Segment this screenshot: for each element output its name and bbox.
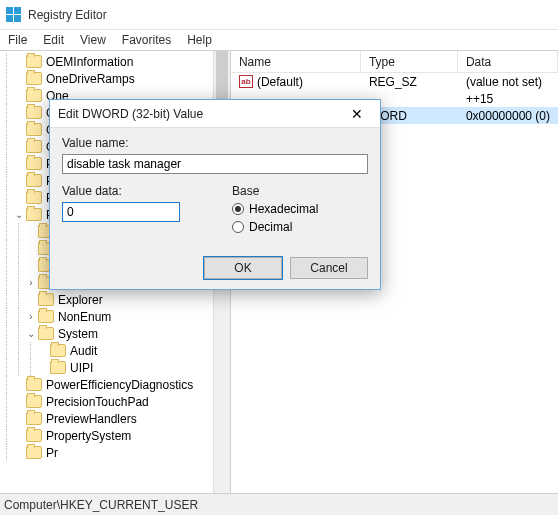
folder-icon	[26, 395, 42, 408]
col-header-name[interactable]: Name	[231, 51, 361, 72]
tree-item-label: OEMInformation	[46, 55, 133, 69]
tree-item[interactable]: ⌄System	[0, 325, 230, 342]
tree-item-label: PreviewHandlers	[46, 412, 137, 426]
folder-icon	[26, 446, 42, 459]
status-path: Computer\HKEY_CURRENT_USER	[4, 498, 198, 512]
folder-icon	[26, 412, 42, 425]
folder-icon	[38, 327, 54, 340]
tree-item-label: Pr	[46, 446, 58, 460]
tree-item[interactable]: ›NonEnum	[0, 308, 230, 325]
tree-item[interactable]: Audit	[0, 342, 230, 359]
tree-item[interactable]: UIPI	[0, 359, 230, 376]
menu-view[interactable]: View	[80, 33, 106, 47]
tree-item[interactable]: PrecisionTouchPad	[0, 393, 230, 410]
folder-icon	[50, 361, 66, 374]
folder-icon	[26, 89, 42, 102]
ok-button[interactable]: OK	[204, 257, 282, 279]
tree-item-label: UIPI	[70, 361, 93, 375]
radio-icon	[232, 221, 244, 233]
chevron-down-icon[interactable]: ⌄	[24, 328, 38, 339]
tree-item-label: PropertySystem	[46, 429, 131, 443]
chevron-right-icon[interactable]: ›	[24, 277, 38, 288]
cell-type: REG_SZ	[361, 75, 458, 89]
menubar: File Edit View Favorites Help	[0, 30, 558, 50]
cell-name: ab(Default)	[231, 75, 361, 89]
radio-hex-label: Hexadecimal	[249, 202, 318, 216]
folder-icon	[26, 208, 42, 221]
value-data-label: Value data:	[62, 184, 212, 198]
chevron-down-icon[interactable]: ⌄	[12, 209, 26, 220]
folder-icon	[26, 157, 42, 170]
window-title: Registry Editor	[28, 8, 107, 22]
radio-icon	[232, 203, 244, 215]
folder-icon	[26, 140, 42, 153]
tree-item[interactable]: Pr	[0, 444, 230, 461]
list-row[interactable]: ab(Default)REG_SZ(value not set)	[231, 73, 558, 90]
folder-icon	[26, 378, 42, 391]
tree-item-label: Audit	[70, 344, 97, 358]
dialog-titlebar[interactable]: Edit DWORD (32-bit) Value ✕	[50, 100, 380, 128]
tree-item[interactable]: PowerEfficiencyDiagnostics	[0, 376, 230, 393]
base-fieldset: Hexadecimal Decimal	[232, 202, 368, 234]
tree-item-label: Explorer	[58, 293, 103, 307]
dialog-body: Value name: Value data: Base Hexadecimal…	[50, 128, 380, 289]
radio-dec-label: Decimal	[249, 220, 292, 234]
cell-data: 0x00000000 (0)	[458, 109, 558, 123]
base-label: Base	[232, 184, 368, 198]
string-value-icon: ab	[239, 75, 253, 88]
titlebar: Registry Editor	[0, 0, 558, 30]
folder-icon	[26, 174, 42, 187]
list-header: Name Type Data	[231, 51, 558, 73]
tree-item-label: PowerEfficiencyDiagnostics	[46, 378, 193, 392]
folder-icon	[26, 55, 42, 68]
value-name-input[interactable]	[62, 154, 368, 174]
tree-item[interactable]: PropertySystem	[0, 427, 230, 444]
folder-icon	[38, 310, 54, 323]
menu-help[interactable]: Help	[187, 33, 212, 47]
col-header-type[interactable]: Type	[361, 51, 458, 72]
cell-data: (value not set)	[458, 75, 558, 89]
folder-icon	[26, 106, 42, 119]
menu-favorites[interactable]: Favorites	[122, 33, 171, 47]
value-data-input[interactable]	[62, 202, 180, 222]
dialog-buttons: OK Cancel	[204, 257, 368, 279]
statusbar: Computer\HKEY_CURRENT_USER	[0, 493, 558, 515]
tree-item-label: System	[58, 327, 98, 341]
tree-item[interactable]: PreviewHandlers	[0, 410, 230, 427]
tree-item-label: PrecisionTouchPad	[46, 395, 149, 409]
tree-item[interactable]: Explorer	[0, 291, 230, 308]
tree-item-label: OneDriveRamps	[46, 72, 135, 86]
value-name-label: Value name:	[62, 136, 368, 150]
menu-edit[interactable]: Edit	[43, 33, 64, 47]
radio-decimal[interactable]: Decimal	[232, 220, 368, 234]
chevron-right-icon[interactable]: ›	[24, 311, 38, 322]
tree-item[interactable]: OneDriveRamps	[0, 70, 230, 87]
tree-item-label: NonEnum	[58, 310, 111, 324]
folder-icon	[38, 293, 54, 306]
cell-data: ++15	[458, 92, 558, 106]
dialog-title: Edit DWORD (32-bit) Value	[58, 107, 203, 121]
close-icon[interactable]: ✕	[342, 106, 372, 122]
cancel-button[interactable]: Cancel	[290, 257, 368, 279]
folder-icon	[26, 191, 42, 204]
folder-icon	[26, 429, 42, 442]
app-icon	[6, 7, 22, 23]
col-header-data[interactable]: Data	[458, 51, 558, 72]
menu-file[interactable]: File	[8, 33, 27, 47]
folder-icon	[26, 123, 42, 136]
folder-icon	[26, 72, 42, 85]
edit-dword-dialog: Edit DWORD (32-bit) Value ✕ Value name: …	[49, 99, 381, 290]
tree-item[interactable]: OEMInformation	[0, 53, 230, 70]
radio-hexadecimal[interactable]: Hexadecimal	[232, 202, 368, 216]
folder-icon	[50, 344, 66, 357]
